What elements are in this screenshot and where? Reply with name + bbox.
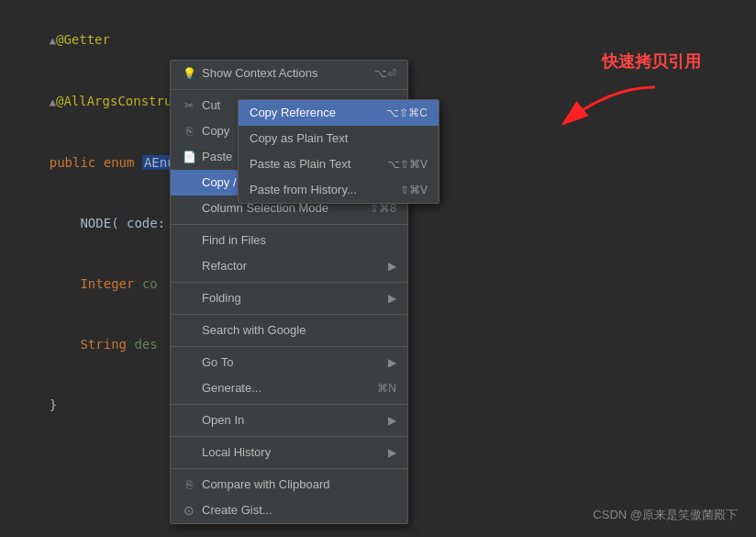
refactor-arrow: ▶ (388, 257, 396, 275)
paste-from-history-item[interactable]: Paste from History... ⇧⌘V (239, 177, 439, 203)
goto-item[interactable]: Go To ▶ (171, 350, 407, 375)
find-in-files-label: Find in Files (202, 231, 266, 250)
compare-clipboard-label: Compare with Clipboard (202, 475, 329, 494)
paste-label: Paste (202, 148, 232, 166)
paste-plain-text-label: Paste as Plain Text (250, 155, 350, 173)
create-gist-label: Create Gist... (202, 501, 272, 520)
open-in-arrow: ▶ (388, 411, 396, 430)
search-google-label: Search with Google (202, 321, 306, 340)
copy-reference-item[interactable]: Copy Reference ⌥⇧⌘C (239, 100, 439, 126)
watermark: CSDN @原来是笑傲菌殿下 (593, 507, 738, 523)
copy-plain-text-label: Copy as Plain Text (250, 129, 348, 148)
copy-paste-submenu: Copy Reference ⌥⇧⌘C Copy as Plain Text P… (238, 99, 439, 204)
generate-item[interactable]: Generate... ⌘N (171, 375, 407, 401)
folding-item[interactable]: Folding ▶ (171, 285, 407, 311)
refactor-item[interactable]: Refactor ▶ (171, 253, 407, 279)
local-history-arrow: ▶ (388, 443, 396, 462)
local-history-item[interactable]: Local History ▶ (171, 440, 407, 465)
separator-8 (171, 468, 407, 469)
create-gist-item[interactable]: ⊙ Create Gist... (171, 498, 407, 523)
separator-5 (171, 346, 407, 347)
cut-label: Cut (202, 96, 220, 115)
compare-clipboard-icon: ⎘ (182, 475, 196, 494)
generate-label: Generate... (202, 379, 261, 397)
paste-icon: 📄 (182, 148, 196, 166)
show-context-actions-shortcut: ⌥⏎ (374, 64, 396, 83)
compare-clipboard-item[interactable]: ⎘ Compare with Clipboard (171, 472, 407, 498)
annotation-label: 快速拷贝引用 (602, 50, 701, 73)
goto-arrow: ▶ (388, 353, 396, 372)
separator-3 (171, 282, 407, 283)
copy-label: Copy (202, 122, 229, 140)
copy-reference-shortcut: ⌥⇧⌘C (386, 104, 428, 122)
copy-plain-text-item[interactable]: Copy as Plain Text (239, 126, 439, 151)
copy-reference-label: Copy Reference (250, 104, 336, 122)
create-gist-icon: ⊙ (182, 501, 196, 520)
goto-label: Go To (202, 353, 233, 372)
cut-icon: ✂ (182, 96, 196, 115)
paste-from-history-label: Paste from History... (250, 181, 357, 199)
paste-plain-text-shortcut: ⌥⇧⌘V (387, 155, 428, 173)
open-in-label: Open In (202, 411, 244, 430)
paste-plain-text-item[interactable]: Paste as Plain Text ⌥⇧⌘V (239, 151, 439, 177)
show-context-actions-label: Show Context Actions (202, 64, 317, 83)
local-history-label: Local History (202, 443, 271, 462)
bulb-icon: 💡 (182, 64, 196, 83)
separator-2 (171, 224, 407, 225)
paste-from-history-shortcut: ⇧⌘V (400, 181, 428, 199)
separator-6 (171, 404, 407, 405)
separator-4 (171, 314, 407, 315)
show-context-actions[interactable]: 💡 Show Context Actions ⌥⏎ (171, 61, 407, 86)
refactor-label: Refactor (202, 257, 247, 275)
find-in-files-item[interactable]: Find in Files (171, 228, 407, 253)
folding-label: Folding (202, 289, 241, 308)
folding-arrow: ▶ (388, 289, 396, 308)
open-in-item[interactable]: Open In ▶ (171, 408, 407, 433)
red-arrow-icon (554, 83, 664, 138)
copy-icon: ⎘ (182, 122, 196, 140)
separator-7 (171, 436, 407, 437)
generate-shortcut: ⌘N (377, 379, 396, 397)
search-google-item[interactable]: Search with Google (171, 318, 407, 343)
separator-1 (171, 89, 407, 90)
